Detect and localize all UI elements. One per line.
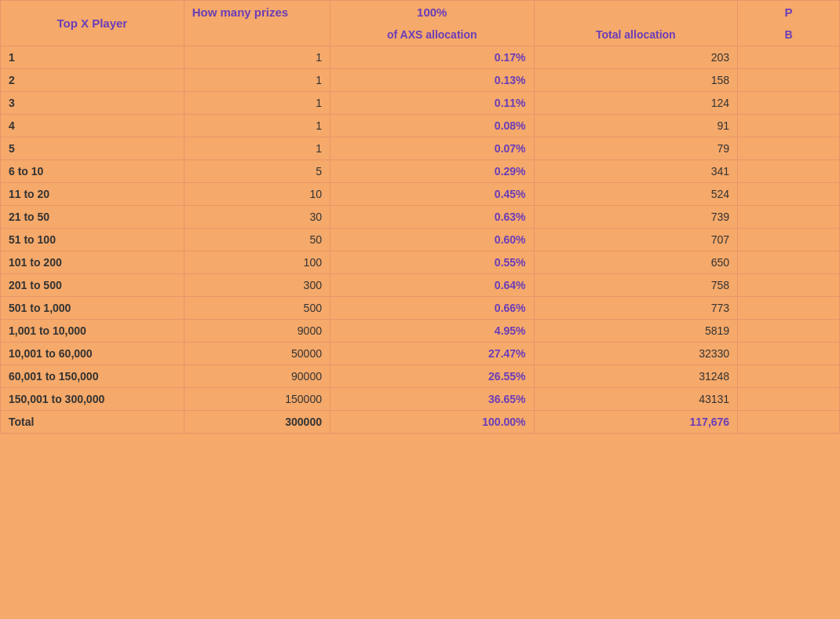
cell-axs: 0.63% <box>330 206 534 229</box>
col-header-axs-top: 100% <box>330 1 534 24</box>
totals-extra <box>738 411 840 434</box>
cell-axs: 0.64% <box>330 274 534 297</box>
cell-axs: 0.55% <box>330 251 534 274</box>
cell-total: 79 <box>534 137 738 160</box>
cell-extra <box>738 342 840 365</box>
cell-total: 758 <box>534 274 738 297</box>
prize-table: Top X Player How many prizes 100% P of A… <box>0 0 840 434</box>
cell-extra <box>738 69 840 92</box>
cell-axs: 0.45% <box>330 183 534 206</box>
cell-extra <box>738 274 840 297</box>
cell-extra <box>738 115 840 137</box>
cell-total: 31248 <box>534 365 738 388</box>
col-header-extra-top: P <box>738 1 840 24</box>
table-row: 501 to 1,0005000.66%773 <box>1 297 840 320</box>
col-header-total-sub: Total allocation <box>534 24 738 46</box>
cell-player: 6 to 10 <box>1 160 184 183</box>
cell-axs: 0.29% <box>330 160 534 183</box>
table-row: 101 to 2001000.55%650 <box>1 251 840 274</box>
table-row: 210.13%158 <box>1 69 840 92</box>
table-row: 410.08%91 <box>1 115 840 137</box>
cell-prizes: 1 <box>184 137 330 160</box>
cell-extra <box>738 388 840 411</box>
cell-prizes: 300 <box>184 274 330 297</box>
cell-player: 21 to 50 <box>1 206 184 229</box>
cell-axs: 27.47% <box>330 342 534 365</box>
cell-prizes: 1 <box>184 92 330 115</box>
cell-total: 124 <box>534 92 738 115</box>
cell-axs: 0.11% <box>330 92 534 115</box>
cell-prizes: 50 <box>184 229 330 251</box>
cell-prizes: 1 <box>184 115 330 137</box>
cell-extra <box>738 320 840 342</box>
table-row: 1,001 to 10,00090004.95%5819 <box>1 320 840 342</box>
cell-total: 203 <box>534 46 738 69</box>
cell-axs: 36.65% <box>330 388 534 411</box>
cell-total: 739 <box>534 206 738 229</box>
cell-prizes: 1 <box>184 69 330 92</box>
cell-total: 524 <box>534 183 738 206</box>
cell-total: 773 <box>534 297 738 320</box>
cell-prizes: 500 <box>184 297 330 320</box>
table-row: 201 to 5003000.64%758 <box>1 274 840 297</box>
axs-pct-label: 100% <box>417 5 447 19</box>
table-row: 51 to 100500.60%707 <box>1 229 840 251</box>
cell-player: 3 <box>1 92 184 115</box>
cell-axs: 0.07% <box>330 137 534 160</box>
cell-axs: 26.55% <box>330 365 534 388</box>
table-row: 6 to 1050.29%341 <box>1 160 840 183</box>
table-row: 110.17%203 <box>1 46 840 69</box>
cell-player: 51 to 100 <box>1 229 184 251</box>
table-container: Top X Player How many prizes 100% P of A… <box>0 0 840 434</box>
cell-prizes: 9000 <box>184 320 330 342</box>
cell-extra <box>738 206 840 229</box>
cell-player: 1 <box>1 46 184 69</box>
cell-total: 5819 <box>534 320 738 342</box>
prizes-header-text: How many prizes <box>192 5 289 19</box>
cell-axs: 4.95% <box>330 320 534 342</box>
cell-total: 43131 <box>534 388 738 411</box>
table-row: 11 to 20100.45%524 <box>1 183 840 206</box>
cell-prizes: 10 <box>184 183 330 206</box>
cell-player: 4 <box>1 115 184 137</box>
cell-total: 158 <box>534 69 738 92</box>
cell-total: 707 <box>534 229 738 251</box>
cell-axs: 0.08% <box>330 115 534 137</box>
cell-prizes: 5 <box>184 160 330 183</box>
cell-total: 91 <box>534 115 738 137</box>
cell-prizes: 90000 <box>184 365 330 388</box>
table-row: 21 to 50300.63%739 <box>1 206 840 229</box>
cell-player: 150,001 to 300,000 <box>1 388 184 411</box>
col-header-player: Top X Player <box>1 1 184 46</box>
table-body: 110.17%203210.13%158310.11%124410.08%915… <box>1 46 840 434</box>
cell-extra <box>738 160 840 183</box>
cell-prizes: 150000 <box>184 388 330 411</box>
totals-total: 117,676 <box>534 411 738 434</box>
cell-player: 501 to 1,000 <box>1 297 184 320</box>
cell-extra <box>738 229 840 251</box>
table-row: 10,001 to 60,0005000027.47%32330 <box>1 342 840 365</box>
cell-player: 5 <box>1 137 184 160</box>
cell-extra <box>738 251 840 274</box>
col-header-total-top <box>534 1 738 24</box>
cell-prizes: 50000 <box>184 342 330 365</box>
col-header-prizes: How many prizes <box>184 1 330 46</box>
cell-player: 1,001 to 10,000 <box>1 320 184 342</box>
totals-prizes: 300000 <box>184 411 330 434</box>
cell-extra <box>738 297 840 320</box>
cell-prizes: 1 <box>184 46 330 69</box>
header-row-1: Top X Player How many prizes 100% P <box>1 1 840 24</box>
totals-player: Total <box>1 411 184 434</box>
cell-prizes: 100 <box>184 251 330 274</box>
cell-axs: 0.66% <box>330 297 534 320</box>
cell-axs: 0.17% <box>330 46 534 69</box>
cell-extra <box>738 46 840 69</box>
cell-prizes: 30 <box>184 206 330 229</box>
totals-axs: 100.00% <box>330 411 534 434</box>
table-row: 150,001 to 300,00015000036.65%43131 <box>1 388 840 411</box>
table-row: 310.11%124 <box>1 92 840 115</box>
cell-extra <box>738 183 840 206</box>
col-header-axs-sub: of AXS allocation <box>330 24 534 46</box>
cell-total: 32330 <box>534 342 738 365</box>
table-row: 60,001 to 150,0009000026.55%31248 <box>1 365 840 388</box>
